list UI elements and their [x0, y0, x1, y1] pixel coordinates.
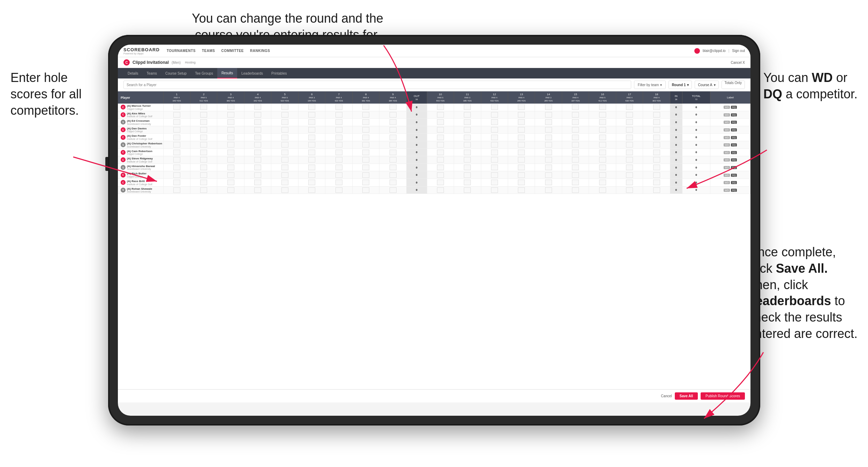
score-input-h3[interactable] — [227, 165, 234, 170]
score-input-h7[interactable] — [335, 112, 342, 118]
score-input-h17[interactable] — [626, 172, 633, 178]
hole-13-score[interactable] — [508, 126, 535, 134]
tab-tee-groups[interactable]: Tee Groups — [191, 68, 217, 78]
hole-14-score[interactable] — [535, 186, 562, 194]
score-input-h9[interactable] — [390, 127, 397, 133]
hole-13-score[interactable] — [508, 111, 535, 119]
hole-2-score[interactable] — [190, 141, 217, 149]
score-input-h5[interactable] — [281, 142, 288, 148]
hole-9-score[interactable] — [379, 156, 406, 164]
hole-11-score[interactable] — [454, 104, 481, 111]
wd-button[interactable]: WD — [724, 181, 730, 184]
score-input-h8[interactable] — [362, 150, 369, 155]
hole-1-score[interactable] — [163, 164, 190, 171]
hole-10-score[interactable] — [427, 156, 454, 164]
score-input-h17[interactable] — [626, 142, 633, 148]
hole-11-score[interactable] — [454, 186, 481, 194]
score-input-h9[interactable] — [390, 135, 397, 140]
hole-6-score[interactable] — [298, 171, 325, 179]
hole-13-score[interactable] — [508, 156, 535, 164]
score-input-h12[interactable] — [491, 165, 498, 170]
score-input-h2[interactable] — [200, 142, 207, 148]
hole-6-score[interactable] — [298, 179, 325, 186]
score-input-h12[interactable] — [491, 119, 498, 125]
score-input-h9[interactable] — [390, 172, 397, 178]
score-input-h10[interactable] — [437, 157, 444, 163]
hole-12-score[interactable] — [481, 179, 508, 186]
hole-10-score[interactable] — [427, 111, 454, 119]
score-input-h16[interactable] — [599, 119, 606, 125]
score-input-h2[interactable] — [200, 119, 207, 125]
cancel-bottom-btn[interactable]: Cancel — [661, 394, 672, 398]
hole-6-score[interactable] — [298, 134, 325, 141]
dq-button[interactable]: DQ — [731, 181, 737, 184]
score-input-h1[interactable] — [173, 165, 180, 170]
score-input-h15[interactable] — [572, 172, 579, 178]
score-input-h14[interactable] — [545, 165, 552, 170]
score-input-h5[interactable] — [281, 150, 288, 155]
score-input-h9[interactable] — [390, 112, 397, 118]
score-input-h16[interactable] — [599, 142, 606, 148]
hole-16-score[interactable] — [589, 134, 616, 141]
hole-9-score[interactable] — [379, 126, 406, 134]
score-input-h15[interactable] — [572, 112, 579, 118]
score-input-h17[interactable] — [626, 157, 633, 163]
hole-12-score[interactable] — [481, 104, 508, 111]
hole-12-score[interactable] — [481, 111, 508, 119]
score-input-h8[interactable] — [362, 172, 369, 178]
score-input-h13[interactable] — [518, 127, 525, 133]
hole-7-score[interactable] — [325, 126, 352, 134]
dq-button[interactable]: DQ — [731, 174, 737, 177]
score-input-h18[interactable] — [653, 104, 660, 110]
nav-teams[interactable]: TEAMS — [202, 49, 215, 53]
hole-11-score[interactable] — [454, 119, 481, 126]
cancel-header-btn[interactable]: Cancel X — [731, 61, 745, 65]
score-input-h11[interactable] — [464, 172, 471, 178]
hole-17-score[interactable] — [616, 179, 643, 186]
hole-11-score[interactable] — [454, 156, 481, 164]
score-input-h18[interactable] — [653, 142, 660, 148]
score-input-h11[interactable] — [464, 119, 471, 125]
hole-6-score[interactable] — [298, 104, 325, 111]
score-input-h7[interactable] — [335, 127, 342, 133]
score-input-h16[interactable] — [599, 150, 606, 155]
score-input-h8[interactable] — [362, 104, 369, 110]
score-input-h1[interactable] — [173, 104, 180, 110]
hole-10-score[interactable] — [427, 179, 454, 186]
hole-17-score[interactable] — [616, 111, 643, 119]
score-input-h10[interactable] — [437, 165, 444, 170]
score-input-h10[interactable] — [437, 119, 444, 125]
score-input-h14[interactable] — [545, 104, 552, 110]
hole-3-score[interactable] — [217, 156, 244, 164]
nav-tournaments[interactable]: TOURNAMENTS — [167, 49, 196, 53]
hole-16-score[interactable] — [589, 119, 616, 126]
hole-5-score[interactable] — [271, 179, 298, 186]
score-input-h3[interactable] — [227, 180, 234, 185]
hole-8-score[interactable] — [352, 186, 379, 194]
hole-4-score[interactable] — [244, 164, 271, 171]
hole-13-score[interactable] — [508, 186, 535, 194]
hole-17-score[interactable] — [616, 119, 643, 126]
score-input-h13[interactable] — [518, 157, 525, 163]
score-input-h7[interactable] — [335, 165, 342, 170]
hole-8-score[interactable] — [352, 156, 379, 164]
score-input-h5[interactable] — [281, 127, 288, 133]
hole-5-score[interactable] — [271, 164, 298, 171]
hole-5-score[interactable] — [271, 104, 298, 111]
score-input-h18[interactable] — [653, 180, 660, 185]
hole-16-score[interactable] — [589, 164, 616, 171]
score-input-h9[interactable] — [390, 119, 397, 125]
hole-8-score[interactable] — [352, 126, 379, 134]
hole-17-score[interactable] — [616, 126, 643, 134]
score-input-h17[interactable] — [626, 180, 633, 185]
hole-1-score[interactable] — [163, 179, 190, 186]
hole-14-score[interactable] — [535, 156, 562, 164]
hole-7-score[interactable] — [325, 119, 352, 126]
score-input-h4[interactable] — [254, 104, 261, 110]
score-input-h14[interactable] — [545, 172, 552, 178]
score-input-h5[interactable] — [281, 165, 288, 170]
wd-button[interactable]: WD — [724, 151, 730, 154]
hole-7-score[interactable] — [325, 149, 352, 156]
hole-9-score[interactable] — [379, 179, 406, 186]
score-input-h18[interactable] — [653, 150, 660, 155]
